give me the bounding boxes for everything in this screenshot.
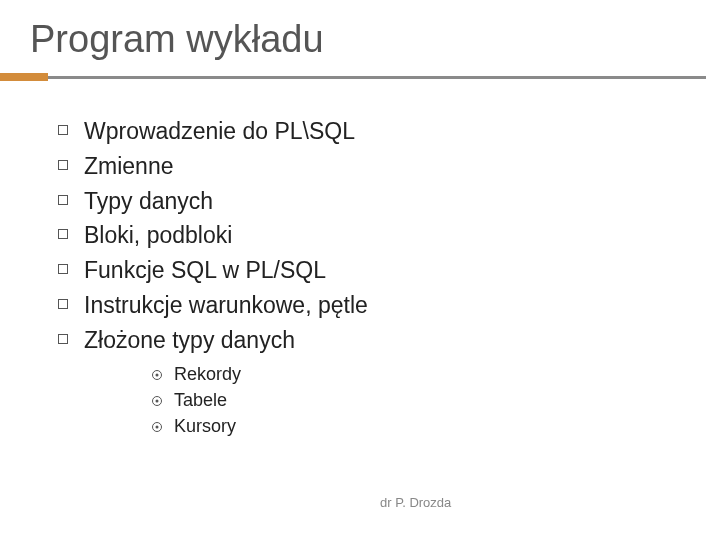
sub-list-item: Kursory xyxy=(152,416,720,437)
list-item: Wprowadzenie do PL\SQL xyxy=(58,117,720,146)
footer-author: dr P. Drozda xyxy=(380,495,451,510)
sub-list-item-text: Tabele xyxy=(174,390,227,411)
list-item: Instrukcje warunkowe, pętle xyxy=(58,291,720,320)
main-list: Wprowadzenie do PL\SQL Zmienne Typy dany… xyxy=(58,117,720,354)
list-item-text: Instrukcje warunkowe, pętle xyxy=(84,291,368,320)
list-item-text: Złożone typy danych xyxy=(84,326,295,355)
accent-block xyxy=(0,73,48,81)
title-divider xyxy=(0,73,720,81)
square-bullet-icon xyxy=(58,160,68,170)
square-bullet-icon xyxy=(58,125,68,135)
list-item-text: Zmienne xyxy=(84,152,173,181)
list-item: Typy danych xyxy=(58,187,720,216)
list-item-text: Funkcje SQL w PL/SQL xyxy=(84,256,326,285)
list-item-text: Bloki, podbloki xyxy=(84,221,232,250)
slide-content: Wprowadzenie do PL\SQL Zmienne Typy dany… xyxy=(0,81,720,437)
list-item-text: Typy danych xyxy=(84,187,213,216)
list-item: Funkcje SQL w PL/SQL xyxy=(58,256,720,285)
square-bullet-icon xyxy=(58,334,68,344)
sub-list-item: Tabele xyxy=(152,390,720,411)
circle-bullet-icon xyxy=(152,396,162,406)
sub-list-item-text: Kursory xyxy=(174,416,236,437)
circle-bullet-icon xyxy=(152,370,162,380)
square-bullet-icon xyxy=(58,299,68,309)
divider-line xyxy=(0,76,706,79)
sub-list-item: Rekordy xyxy=(152,364,720,385)
circle-bullet-icon xyxy=(152,422,162,432)
list-item: Złożone typy danych xyxy=(58,326,720,355)
square-bullet-icon xyxy=(58,264,68,274)
list-item-text: Wprowadzenie do PL\SQL xyxy=(84,117,355,146)
list-item: Zmienne xyxy=(58,152,720,181)
list-item: Bloki, podbloki xyxy=(58,221,720,250)
square-bullet-icon xyxy=(58,229,68,239)
square-bullet-icon xyxy=(58,195,68,205)
sub-list-item-text: Rekordy xyxy=(174,364,241,385)
slide-title: Program wykładu xyxy=(0,0,720,73)
sub-list: Rekordy Tabele Kursory xyxy=(152,364,720,437)
